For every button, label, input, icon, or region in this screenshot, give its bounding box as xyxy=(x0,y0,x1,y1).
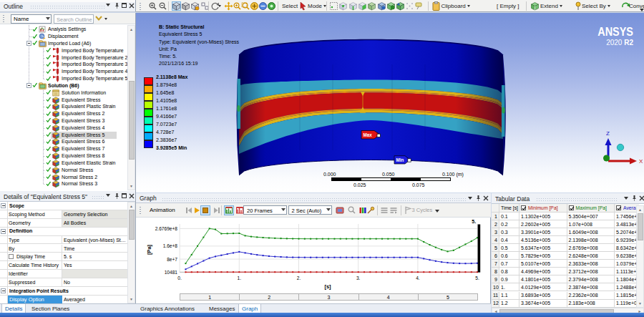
column-header-Average [Pa][interactable]: Average [Pa] xyxy=(615,204,639,213)
tree-item-imported-body-temperature-2[interactable]: Imported Body Temperature 2 xyxy=(0,54,127,62)
toolbar-overflow-icon[interactable] xyxy=(640,9,644,11)
details-row[interactable]: ByTime xyxy=(0,245,127,253)
tabular-row-5[interactable]: 50.55.6347e+0052.6769e+0088.6342e+007 xyxy=(492,244,639,252)
close-icon[interactable] xyxy=(483,195,489,201)
category-collapse-icon[interactable] xyxy=(1,203,6,208)
annotation-icon[interactable] xyxy=(415,1,424,11)
extend-icon[interactable] xyxy=(530,1,540,11)
details-row[interactable]: TypeEquivalent (von-Mises) Stress xyxy=(0,236,127,245)
tree-item-displacement[interactable]: Displacement xyxy=(0,33,127,40)
details-row[interactable]: Identifier xyxy=(0,270,127,278)
details-row-value[interactable]: Yes xyxy=(62,261,127,269)
step-cell-1[interactable]: 1 xyxy=(180,294,240,300)
tree-item-equivalent-stress-5[interactable]: Equivalent Stress 5 xyxy=(0,132,127,139)
column-header-Maximum [Pa][interactable]: Maximum [Pa] xyxy=(567,204,615,213)
adjacent-select-icon[interactable] xyxy=(405,1,414,11)
step-cell-5[interactable]: 5 xyxy=(419,294,478,300)
scroll-down-icon[interactable]: ▼ xyxy=(128,183,135,189)
scroll-down-icon[interactable]: ▼ xyxy=(128,296,135,302)
select-by-label[interactable]: Select By xyxy=(582,3,610,9)
tree-item-analysis-settings[interactable]: Analysis Settings xyxy=(0,26,127,33)
details-scrollbar[interactable]: ▲▼ xyxy=(127,202,135,303)
details-row-value[interactable]: Equivalent (von-Mises) Stress xyxy=(62,236,127,244)
tabular-row-1[interactable]: 10.11.1302e+0055.3504e+0071.7456e+007 xyxy=(492,213,639,220)
column-checkbox[interactable] xyxy=(569,205,574,210)
tree-item-equivalent-stress-3[interactable]: Equivalent Stress 3 xyxy=(0,117,127,125)
magnifier-window-icon[interactable] xyxy=(267,1,276,11)
tree-item-equivalent-stress-7[interactable]: Equivalent Stress 7 xyxy=(0,145,127,152)
tree-item-imported-body-temperature-5[interactable]: Imported Body Temperature 5 xyxy=(0,75,127,82)
tab-messages[interactable]: Messages xyxy=(206,304,238,313)
stop-icon[interactable] xyxy=(200,205,210,215)
step-cell-4[interactable]: 4 xyxy=(359,294,419,300)
scroll-up-icon[interactable]: ▲ xyxy=(637,207,643,213)
details-row-value[interactable]: Time xyxy=(62,245,127,253)
tree-item-imported-body-temperature[interactable]: Imported Body Temperature xyxy=(0,47,127,54)
tab-graphics-annotations[interactable]: Graphics Annotations xyxy=(137,304,197,313)
display-time-checkbox[interactable] xyxy=(9,254,14,259)
details-row[interactable]: Display Time5. s xyxy=(0,253,127,261)
tree-item-equivalent-stress-6[interactable]: Equivalent Stress 6 xyxy=(0,138,127,145)
maximize-icon[interactable] xyxy=(122,3,127,8)
window-position-icon[interactable] xyxy=(624,197,628,200)
result-chart-icon[interactable] xyxy=(224,205,234,215)
body-select-icon[interactable] xyxy=(367,1,376,11)
details-row[interactable]: Display OptionAveraged xyxy=(0,296,127,303)
viewport[interactable]: MaxMinB: Static StructuralEquivalent Str… xyxy=(136,13,644,192)
tree-item-solution-information[interactable]: Solution Information xyxy=(0,89,127,97)
close-icon[interactable] xyxy=(639,195,644,201)
tabular-row-11[interactable]: 111.13.6893e+0052.2362e+0081.1815e+008 xyxy=(492,292,639,300)
cycles-flag-icon[interactable] xyxy=(403,205,413,215)
column-checkbox[interactable] xyxy=(616,205,621,210)
select-cursor-icon[interactable] xyxy=(299,1,308,11)
close-icon[interactable] xyxy=(129,193,135,199)
tree-item-imported-load-a6-[interactable]: Imported Load (A6) xyxy=(0,40,127,47)
details-row-value[interactable]: No xyxy=(62,278,127,286)
step-cell-2[interactable]: 2 xyxy=(240,294,299,300)
details-scrollbar-thumb[interactable] xyxy=(129,210,135,240)
outline-scrollbar-thumb[interactable] xyxy=(129,81,135,160)
rotate-dropdown-icon[interactable] xyxy=(218,5,221,7)
face-select-icon[interactable] xyxy=(358,1,367,11)
tabular-row-9[interactable]: 90.94.1801e+0052.3794e+0081.1804e+008 xyxy=(492,275,639,283)
graph-toolbar-overflow-icon[interactable] xyxy=(435,210,439,213)
tree-item-normal-stress-3[interactable]: Normal Stress 3 xyxy=(0,180,127,187)
edge-select-icon[interactable] xyxy=(348,1,358,11)
tab-graph[interactable]: Graph xyxy=(238,304,261,313)
tabular-row-2[interactable]: 20.22.2602e+0051.07e+0083.4813e+007 xyxy=(492,220,639,228)
zoom-to-range-icon[interactable] xyxy=(347,205,357,215)
column-checkbox[interactable] xyxy=(521,205,526,210)
tabular-vscrollbar[interactable]: ▲▼ xyxy=(636,205,644,308)
tree-item-imported-body-temperature-3[interactable]: Imported Body Temperature 3 xyxy=(0,61,127,68)
pin-icon[interactable] xyxy=(475,195,481,202)
tree-item-normal-stress-2[interactable]: Normal Stress 2 xyxy=(0,174,127,181)
details-row[interactable]: Scoping MethodGeometry Selection xyxy=(0,210,127,219)
close-icon[interactable] xyxy=(129,3,135,9)
tree-item-equivalent-stress-8[interactable]: Equivalent Stress 8 xyxy=(0,152,127,160)
details-row[interactable]: GeometryAll Bodies xyxy=(0,219,127,228)
extend-label[interactable]: Extend xyxy=(540,3,562,9)
select-by-icon[interactable] xyxy=(574,1,582,11)
tree-item-equivalent-plastic-strain[interactable]: Equivalent Plastic Strain xyxy=(0,103,127,110)
select-all-icon[interactable] xyxy=(396,1,405,11)
scroll-down-icon[interactable]: ▼ xyxy=(637,301,643,306)
search-expand-chevron-icon[interactable] xyxy=(95,16,102,21)
tree-item-imported-body-temperature-4[interactable]: Imported Body Temperature 4 xyxy=(0,68,127,75)
tree-item-normal-stress[interactable]: Normal Stress xyxy=(0,167,127,174)
tree-expander-minus[interactable] xyxy=(26,83,31,88)
frames-select[interactable]: 20 Frames xyxy=(243,205,287,215)
tree-item-equivalent-elastic-strain[interactable]: Equivalent Elastic Strain xyxy=(0,160,127,167)
search-outline-input[interactable]: Search Outline xyxy=(54,14,94,24)
filter-more-icon[interactable] xyxy=(104,18,107,20)
tree-item-equivalent-stress[interactable]: Equivalent Stress xyxy=(0,97,127,104)
tab-details[interactable]: Details xyxy=(1,304,26,313)
scroll-up-icon[interactable]: ▲ xyxy=(128,26,135,32)
window-position-icon[interactable] xyxy=(106,4,110,6)
tree-expander-minus[interactable] xyxy=(26,41,31,46)
vertex-select-icon[interactable] xyxy=(338,1,348,11)
tree-item-equivalent-stress-2[interactable]: Equivalent Stress 2 xyxy=(0,110,127,117)
tab-section-planes[interactable]: Section Planes xyxy=(29,304,72,313)
tabular-row-7[interactable]: 70.75.0107e+0052.3633e+0081.0379e+008 xyxy=(492,260,639,268)
select-mode-icon[interactable] xyxy=(329,1,338,11)
zoom-in-icon[interactable] xyxy=(148,1,157,11)
